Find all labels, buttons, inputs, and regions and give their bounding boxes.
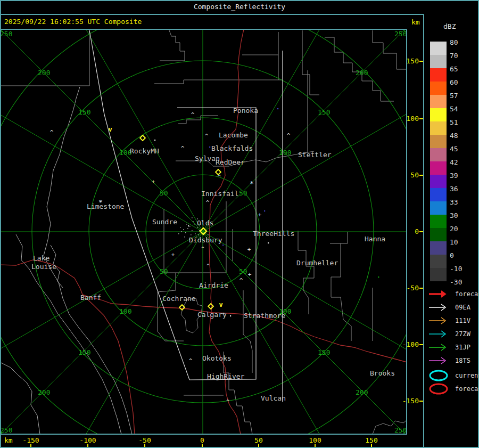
bottom-distance-axis: km -150-100-50050100150 — [0, 435, 423, 447]
ring-distance-label: 250 — [394, 426, 406, 434]
ring-distance-label: 200 — [38, 69, 50, 77]
town-dot-marker — [154, 140, 155, 141]
city-label: Didsbury — [189, 236, 222, 244]
town-plus-marker: + — [247, 246, 251, 253]
title-separator — [0, 14, 479, 15]
dbz-tick-label: 54 — [450, 105, 458, 113]
clutter-speckle — [184, 237, 185, 238]
clutter-speckle — [193, 221, 194, 222]
town-plus-marker: + — [152, 178, 155, 185]
city-label: Drumheller — [296, 259, 338, 267]
blue-speck — [264, 210, 265, 211]
dbz-tick-label: 39 — [450, 172, 458, 180]
dbz-color-box — [430, 241, 447, 255]
right-axis-label: 100 — [407, 115, 419, 123]
city-label: Vulcan — [261, 394, 286, 402]
county-border — [302, 30, 319, 95]
bottom-axis-label: 150 — [365, 436, 377, 444]
right-axis-label: -50 — [407, 284, 419, 292]
town-caret-marker: ^ — [50, 129, 54, 136]
bottom-axis-tick — [371, 444, 372, 447]
city-label: Sundre — [152, 218, 177, 226]
city-label: ThreeHills — [253, 230, 294, 238]
ring-distance-label: 200 — [356, 388, 368, 396]
highway-road — [213, 313, 406, 362]
dbz-color-box — [430, 55, 447, 68]
town-caret-marker: ^ — [240, 277, 243, 284]
dbz-tick-label: 51 — [450, 119, 458, 126]
timestamp-label: 2025/09/22 16:02:55 UTC Composite — [4, 18, 142, 26]
bottom-axis-tick — [202, 444, 203, 447]
clutter-speckle — [180, 227, 181, 228]
city-label: Innisfail — [201, 190, 238, 198]
town-dot-marker — [188, 225, 189, 226]
blue-speck — [209, 146, 210, 148]
dbz-color-box — [430, 108, 447, 121]
legend-arrow-icon — [427, 302, 451, 313]
radar-viewer-window: Composite_Reflectivity 2025/09/22 16:02:… — [0, 0, 479, 448]
county-border — [330, 232, 348, 243]
legend-arrow-icon — [427, 355, 451, 366]
clutter-speckle — [183, 229, 184, 230]
right-axis-tick — [419, 344, 423, 345]
county-border — [298, 231, 314, 314]
km-unit-label-top: km — [411, 18, 420, 26]
county-border — [178, 116, 218, 124]
legend-ellipse-icon — [427, 369, 451, 382]
dbz-color-box — [430, 68, 447, 82]
ring-distance-label: 50 — [239, 267, 247, 275]
green-speck — [378, 276, 379, 278]
city-label: Lake — [33, 254, 49, 262]
right-axis-tick — [419, 231, 423, 232]
city-label: RockyMH — [130, 147, 159, 155]
ring-distance-label: 250 — [1, 30, 12, 38]
right-axis-label: -150 — [402, 397, 419, 405]
blue-speck — [222, 245, 224, 246]
dbz-tick-label: 45 — [450, 145, 458, 153]
ring-distance-label: 100 — [119, 307, 131, 315]
dbz-color-box — [430, 215, 447, 228]
right-axis-tick — [419, 61, 423, 62]
right-axis-tick — [419, 118, 423, 119]
clutter-speckle — [178, 233, 179, 234]
dbz-tick-label: 36 — [450, 185, 458, 193]
storm-vector-marker: v — [108, 126, 112, 133]
ring-distance-label: 250 — [1, 426, 12, 434]
dbz-tick-label: 42 — [450, 159, 458, 166]
city-label: Brooks — [370, 369, 395, 377]
city-label: Airdrie — [199, 281, 228, 289]
dbz-color-box — [430, 228, 447, 241]
legend-arrow-icon — [427, 342, 451, 353]
ring-distance-label: 100 — [279, 149, 291, 157]
bottom-axis-tick — [87, 444, 88, 447]
storm-cell-marker — [208, 304, 213, 309]
mountain-border — [44, 87, 132, 434]
town-caret-marker: ^ — [287, 132, 291, 139]
dbz-tick-label: 48 — [450, 132, 458, 140]
radar-map-canvas[interactable]: 5050505010010010010015015015015020020020… — [1, 30, 406, 434]
town-caret-marker: ^ — [189, 357, 193, 364]
city-label: RedDeer — [216, 158, 245, 166]
legend-item: 111V — [427, 315, 451, 326]
bottom-axis-tick — [144, 444, 145, 447]
city-label: Blackfalds — [211, 144, 253, 152]
county-border — [160, 30, 185, 61]
clutter-speckle — [197, 227, 198, 228]
county-border — [331, 243, 351, 341]
legend-item: current — [427, 369, 451, 382]
legend-label: forecast — [455, 290, 479, 298]
clutter-speckle — [185, 232, 186, 233]
town-asterisk-marker: * — [250, 180, 254, 188]
dbz-tick-label: 80 — [450, 39, 458, 46]
city-label: Limestone — [87, 202, 125, 210]
city-label: Olds — [197, 219, 213, 227]
town-caret-marker: ^ — [205, 133, 209, 140]
dbz-color-box — [430, 42, 447, 55]
town-caret-marker: ^ — [201, 246, 205, 252]
legend-label: forecast — [455, 385, 479, 393]
county-border — [243, 290, 252, 373]
city-label: Okotoks — [202, 354, 232, 362]
bottom-axis-tick — [258, 444, 259, 447]
county-border — [154, 80, 282, 84]
clutter-speckle — [194, 224, 195, 225]
